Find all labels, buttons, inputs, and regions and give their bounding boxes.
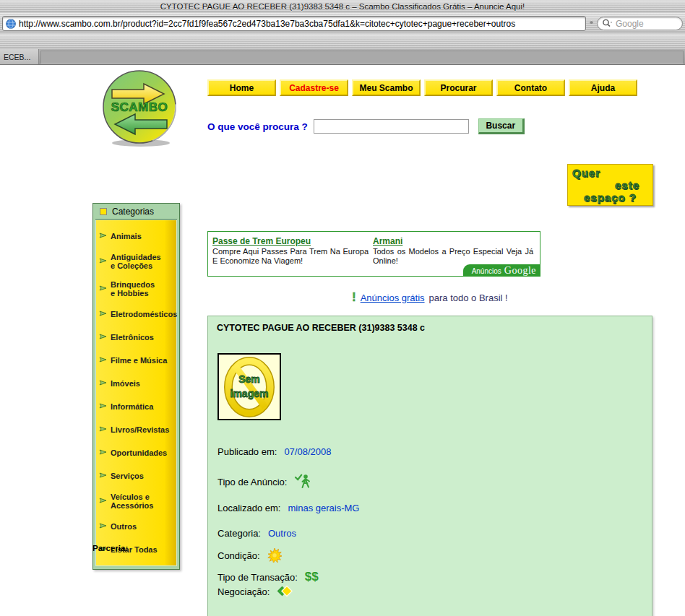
- bookmarks-bar: [0, 33, 685, 49]
- tab-bar: ECEB...: [0, 49, 685, 65]
- sun-condition-icon: [267, 548, 282, 563]
- nav-button[interactable]: Procurar: [424, 79, 493, 96]
- ad-title-link[interactable]: Armani: [373, 236, 402, 246]
- banner-line: Quer: [572, 167, 648, 179]
- category-label: Eletrodomésticos: [111, 310, 177, 318]
- yellow-square-icon: [100, 208, 107, 215]
- buscar-button[interactable]: Buscar: [478, 118, 525, 134]
- nav-button[interactable]: Meu Scambo: [352, 79, 421, 96]
- arrow-right-icon: [99, 423, 108, 436]
- category-item[interactable]: Imóveis: [98, 372, 175, 395]
- category-item[interactable]: Filme e Música: [98, 349, 175, 372]
- browser-search-placeholder: Google: [616, 19, 644, 29]
- category-item[interactable]: Eletrodomésticos: [98, 303, 175, 326]
- arrow-right-icon: [99, 520, 108, 533]
- nav-button-label: Ajuda: [591, 83, 615, 93]
- category-item[interactable]: Brinquedos e Hobbies: [98, 275, 175, 303]
- address-bar[interactable]: http://www.scambo.com.br/product?id=2cc7…: [2, 16, 586, 31]
- nav-button[interactable]: Ajuda: [569, 79, 637, 96]
- arrow-right-icon: [99, 495, 108, 508]
- field-label: Categoria:: [217, 528, 261, 539]
- nav-button-label: Contato: [514, 83, 547, 93]
- nav-button[interactable]: Contato: [496, 79, 565, 96]
- category-label: Imóveis: [111, 379, 140, 388]
- category-label: Veículos e Acessórios: [111, 493, 153, 510]
- ad-title-link[interactable]: Passe de Trem Europeu: [212, 236, 311, 246]
- window-title: CYTOTEC PAGUE AO RECEBER (31)9383 5348 c…: [160, 2, 525, 11]
- arrow-right-icon: [99, 308, 108, 321]
- product-field-row: Publicado em: 07/08/2008: [217, 446, 359, 457]
- browser-search-field[interactable]: Google: [597, 17, 683, 30]
- google-logo: Google: [504, 265, 536, 277]
- category-label: Filme e Música: [111, 356, 167, 365]
- arrow-right-icon: [99, 282, 108, 295]
- arrow-right-icon: [99, 446, 108, 459]
- field-value: $$: [305, 570, 319, 584]
- anuncios-label: Anúncios: [472, 267, 501, 275]
- product-field-row: Categoria: Outros: [217, 528, 359, 539]
- no-image-placeholder: Sem imagem: [217, 353, 281, 420]
- category-item[interactable]: Veículos e Acessórios: [98, 487, 175, 515]
- field-label: Localizado em:: [217, 503, 280, 513]
- svg-text:imagem: imagem: [231, 388, 269, 399]
- category-label: Animais: [111, 232, 142, 240]
- category-item[interactable]: Outros: [98, 515, 175, 538]
- free-ads-promo: ! Anúncios grátis para todo o Brasil !: [352, 290, 508, 305]
- site-search: O que você procura ? Buscar: [207, 118, 525, 134]
- product-field-row: Negociação:: [217, 584, 359, 599]
- field-value[interactable]: Outros: [268, 528, 296, 539]
- nav-button[interactable]: Home: [207, 79, 276, 96]
- nav-button[interactable]: Cadastre-se: [280, 79, 348, 96]
- window-titlebar: CYTOTEC PAGUE AO RECEBER (31)9383 5348 c…: [0, 0, 685, 13]
- tab-strip: [40, 51, 684, 64]
- field-value[interactable]: 07/08/2008: [284, 446, 331, 457]
- category-label: Oportunidades: [111, 448, 167, 457]
- category-item[interactable]: Oportunidades: [98, 441, 175, 464]
- category-item[interactable]: Antiguidades e Coleções: [98, 248, 175, 275]
- site-search-input[interactable]: [314, 119, 469, 134]
- main-nav: Home Cadastre-se Meu Scambo Procurar Con…: [207, 79, 637, 96]
- anuncios-gratis-link[interactable]: Anúncios grátis: [361, 292, 425, 303]
- nav-button-label: Cadastre-se: [289, 83, 339, 93]
- category-label: Antiguidades e Coleções: [111, 253, 161, 270]
- arrow-right-icon: [99, 469, 108, 482]
- category-item[interactable]: Informática: [98, 395, 175, 418]
- category-item[interactable]: Livros/Revistas: [98, 418, 175, 441]
- ad-body: Todos os Modelos a Preço Especial Veja J…: [373, 247, 533, 266]
- product-panel: CYTOTEC PAGUE AO RECEBER (31)9383 5348 c: [207, 316, 652, 616]
- arrow-right-icon: [99, 331, 108, 344]
- tab-current[interactable]: ECEB...: [0, 49, 39, 64]
- scambo-logo[interactable]: SCAMBO: [102, 69, 178, 147]
- arrow-right-icon: [99, 354, 108, 367]
- magnifier-icon: [602, 17, 613, 30]
- toolbar-divider-dot: [590, 20, 593, 24]
- field-value[interactable]: minas gerais-MG: [288, 503, 359, 513]
- field-label: Condição:: [217, 550, 260, 561]
- svg-text:Sem: Sem: [238, 373, 260, 385]
- arrow-right-icon: [99, 377, 108, 390]
- browser-window: CYTOTEC PAGUE AO RECEBER (31)9383 5348 c…: [0, 0, 685, 616]
- field-label: Publicado em:: [217, 446, 277, 457]
- globe-favicon-icon: [6, 19, 16, 29]
- svg-text:SCAMBO: SCAMBO: [111, 100, 168, 114]
- category-item[interactable]: Serviços: [98, 464, 175, 487]
- product-field-row: Tipo de Anúncio:: [217, 472, 359, 491]
- product-title: CYTOTEC PAGUE AO RECEBER (31)9383 5348 c: [217, 323, 425, 333]
- diamond-negotiation-icon: [277, 584, 293, 599]
- categories-sidebar: Categorias Animais Antiguidades e Coleçõ…: [92, 203, 180, 570]
- quer-este-espaco-banner[interactable]: Quer este espaço ?: [567, 164, 653, 206]
- category-item[interactable]: Animais: [98, 225, 175, 248]
- product-field-row: Condição:: [217, 548, 359, 563]
- field-label: Tipo de Anúncio:: [217, 477, 287, 487]
- category-item[interactable]: Eletrônicos: [98, 326, 175, 349]
- browser-toolbar: http://www.scambo.com.br/product?id=2cc7…: [0, 13, 685, 33]
- ad-body: Compre Aqui Passes Para Trem Na Europa E…: [212, 247, 369, 266]
- categories-title: Categorias: [112, 207, 154, 217]
- anuncios-google-tab[interactable]: Anúncios Google: [463, 264, 540, 277]
- promo-text: para todo o Brasil !: [429, 292, 508, 303]
- page-content: SCAMBO Home Cadastre-se Meu Scambo Procu…: [0, 65, 685, 616]
- nav-button-label: Meu Scambo: [359, 83, 413, 93]
- banner-line: este: [572, 179, 648, 191]
- partners-title: Parceria:: [92, 544, 186, 552]
- product-field-row: Localizado em: minas gerais-MG: [217, 503, 359, 513]
